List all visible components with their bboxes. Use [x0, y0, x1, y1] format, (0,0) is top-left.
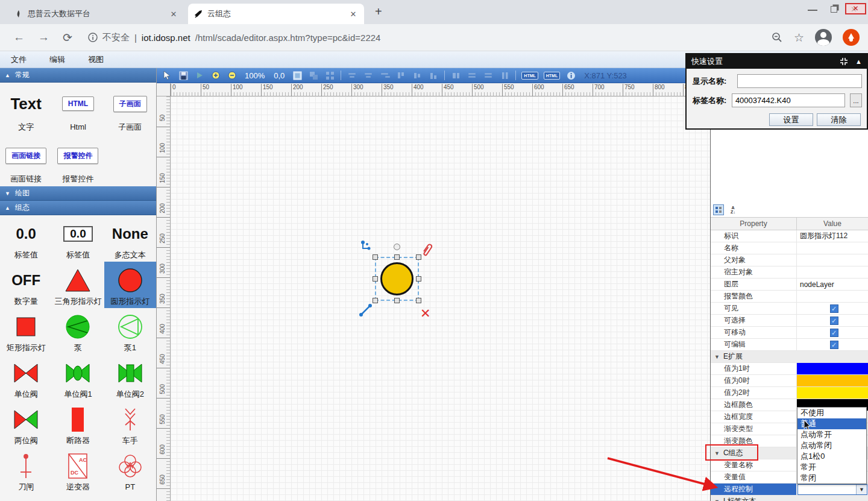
- palette-item-subscreen[interactable]: 子画面子画面: [104, 83, 156, 134]
- palette-section-scada[interactable]: ▲ 组态: [0, 201, 156, 215]
- browse-tag-button[interactable]: ...: [850, 93, 862, 107]
- property-value[interactable]: ✓: [797, 315, 868, 326]
- dropdown-option-点1松0[interactable]: 点1松0: [797, 451, 866, 462]
- palette-item-pump[interactable]: 泵: [52, 308, 104, 354]
- forward-icon[interactable]: →: [38, 31, 49, 44]
- resize-diagonal-icon[interactable]: [359, 303, 373, 317]
- property-row-category-E扩展[interactable]: ▼E扩展: [711, 351, 868, 363]
- palette-item-circle-indicator[interactable]: 圆形指示灯: [104, 262, 156, 308]
- html-export-icon[interactable]: HTML: [521, 72, 538, 80]
- resize-handle-br[interactable]: [416, 298, 421, 303]
- clear-button[interactable]: 清除: [817, 113, 861, 126]
- delete-widget-icon[interactable]: ✕: [420, 306, 431, 321]
- palette-item-triangle-indicator[interactable]: 三角形指示灯: [52, 262, 104, 308]
- tag-name-input[interactable]: [732, 93, 845, 107]
- palette-item-multistate-text[interactable]: None多态文本: [104, 215, 156, 262]
- resize-handle-ml[interactable]: [373, 276, 378, 282]
- html-preview-icon[interactable]: HTML: [544, 72, 560, 80]
- dock-icon[interactable]: [840, 57, 848, 66]
- resize-handle-tl[interactable]: [373, 254, 378, 260]
- align-right-icon[interactable]: [379, 70, 390, 81]
- bookmark-star-icon[interactable]: ☆: [794, 31, 804, 45]
- browser-tab-editor[interactable]: 云组态 ✕: [188, 4, 364, 24]
- resize-handle-tm[interactable]: [394, 254, 400, 260]
- back-icon[interactable]: ←: [13, 31, 25, 44]
- palette-item-digital-value[interactable]: OFF数字量: [0, 262, 52, 308]
- property-row-可选择[interactable]: 可选择✓: [711, 315, 868, 327]
- palette-item-screen-link[interactable]: 画面链接画面链接: [0, 134, 52, 186]
- property-row-值为2时[interactable]: 值为2时: [711, 387, 868, 399]
- property-row-宿主对象[interactable]: 宿主对象: [711, 266, 868, 279]
- circle-indicator-widget[interactable]: [380, 262, 414, 295]
- align-left-icon[interactable]: [347, 70, 357, 81]
- align-top-icon[interactable]: [395, 70, 406, 81]
- palette-item-valve1[interactable]: 单位阀1: [52, 354, 104, 401]
- extension-icon[interactable]: [843, 29, 860, 46]
- dropdown-option-常开[interactable]: 常开: [797, 462, 866, 473]
- rotate-handle[interactable]: [394, 244, 400, 250]
- reload-icon[interactable]: ⟳: [63, 31, 72, 45]
- property-value[interactable]: [797, 266, 868, 278]
- property-value[interactable]: [797, 254, 868, 266]
- color-swatch-#FFE800[interactable]: [797, 387, 868, 399]
- property-row-报警颜色[interactable]: 报警颜色: [711, 291, 868, 303]
- property-row-category-L标签文本[interactable]: ▼L标签文本: [711, 496, 868, 501]
- distribute-v-icon[interactable]: [499, 70, 510, 81]
- property-value[interactable]: [797, 242, 868, 254]
- resize-handle-bl[interactable]: [373, 298, 378, 303]
- palette-section-draw[interactable]: ▼ 绘图: [0, 186, 156, 201]
- info-icon[interactable]: [88, 33, 98, 42]
- zoom-out-page-icon[interactable]: [771, 31, 783, 43]
- palette-item-valve2[interactable]: 单位阀2: [104, 354, 156, 401]
- dropdown-option-常闭[interactable]: 常闭: [797, 473, 866, 484]
- new-tab-button[interactable]: +: [375, 5, 382, 19]
- dropdown-option-点动常闭[interactable]: 点动常闭: [797, 440, 866, 451]
- design-canvas[interactable]: ✕: [171, 96, 710, 501]
- palette-item-rect-indicator[interactable]: 矩形指示灯: [0, 308, 52, 354]
- dropdown-option-不使用[interactable]: 不使用: [797, 408, 866, 418]
- ungroup-icon[interactable]: [324, 70, 335, 81]
- connect-handle-icon[interactable]: [360, 240, 374, 253]
- align-bottom-icon[interactable]: [428, 70, 439, 81]
- palette-item-two-way-valve[interactable]: 两位阀: [0, 401, 52, 447]
- attach-tag-icon[interactable]: [420, 243, 433, 257]
- property-row-名称[interactable]: 名称: [711, 242, 868, 254]
- property-value[interactable]: ✓: [797, 303, 868, 314]
- run-icon[interactable]: [194, 70, 205, 81]
- browser-tab-platform[interactable]: 思普云大数据平台 ✕: [8, 4, 184, 24]
- checkbox-checked[interactable]: ✓: [830, 341, 838, 349]
- info-icon[interactable]: [565, 70, 576, 81]
- collapse-panel-icon[interactable]: ▲: [855, 58, 862, 65]
- checkbox-checked[interactable]: ✓: [830, 304, 838, 313]
- tab-close-icon[interactable]: ✕: [348, 10, 358, 19]
- canvas-settings-icon[interactable]: [292, 70, 303, 81]
- save-icon[interactable]: [178, 70, 189, 81]
- tab-close-icon[interactable]: ✕: [169, 10, 178, 19]
- menu-file[interactable]: 文件: [11, 54, 27, 65]
- same-height-icon[interactable]: [467, 70, 477, 81]
- palette-item-knife-switch[interactable]: 刀闸: [0, 447, 52, 494]
- distribute-h-icon[interactable]: [483, 70, 494, 81]
- menu-view[interactable]: 视图: [88, 54, 104, 65]
- property-value[interactable]: 圆形指示灯112: [797, 230, 868, 242]
- palette-item-text[interactable]: Text文字: [0, 83, 52, 134]
- restore-icon[interactable]: [831, 6, 837, 13]
- minimize-icon[interactable]: [808, 5, 817, 11]
- property-row-可编辑[interactable]: 可编辑✓: [711, 339, 868, 351]
- palette-item-html[interactable]: HTMLHtml: [52, 83, 104, 134]
- property-value[interactable]: [797, 291, 868, 302]
- checkbox-checked[interactable]: ✓: [830, 317, 838, 325]
- sort-az-icon[interactable]: AZ↓: [728, 204, 738, 215]
- property-row-可见[interactable]: 可见✓: [711, 303, 868, 315]
- property-value[interactable]: nodeLayer: [797, 279, 868, 290]
- chevron-down-icon[interactable]: ▼: [856, 485, 867, 494]
- profile-avatar[interactable]: [815, 29, 832, 46]
- categorize-icon[interactable]: [713, 204, 724, 215]
- combo-box[interactable]: ▼: [797, 484, 867, 495]
- color-swatch-#0000FF[interactable]: [797, 363, 868, 374]
- palette-item-alarm-control[interactable]: 报警控件报警控件: [52, 134, 104, 186]
- palette-section-general[interactable]: ▲ 常规: [0, 68, 156, 83]
- address-bar[interactable]: 不安全 | iot.idosp.net/html/scada/editor.as…: [88, 32, 381, 43]
- align-middle-icon[interactable]: [412, 70, 423, 81]
- display-name-input[interactable]: [737, 74, 862, 88]
